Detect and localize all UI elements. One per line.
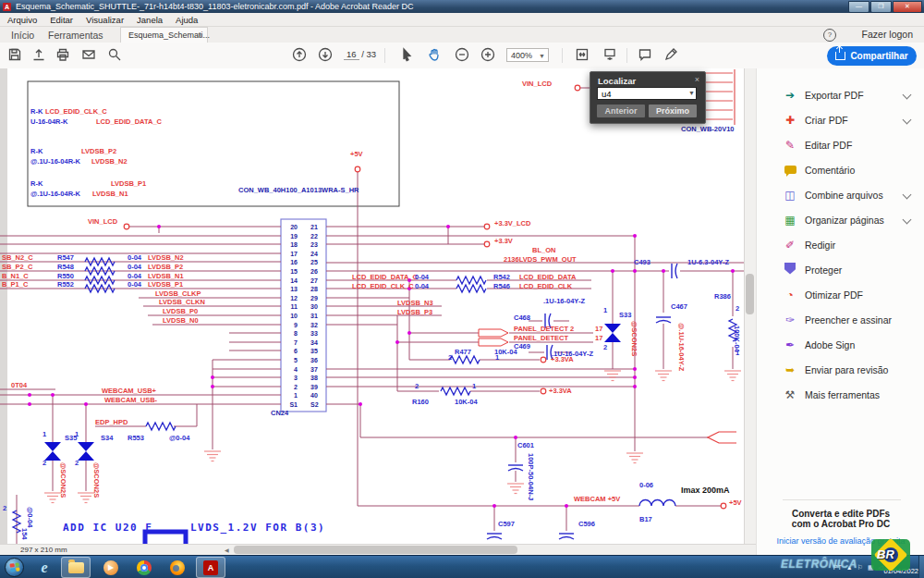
sidebar-item-adobe-sign[interactable]: ✒Adobe Sign [757, 333, 924, 357]
taskbar-acrobat-icon[interactable]: A [196, 557, 225, 578]
schematic-label: @SCON2S [93, 462, 101, 498]
taskbar-firefox-icon[interactable] [163, 557, 192, 578]
schematic-label: R552 [57, 281, 74, 289]
sidebar-item-criar-pdf[interactable]: ✚Criar PDF [757, 108, 924, 132]
document-canvas[interactable]: 2021192218231724162515261427132812291130… [0, 68, 744, 544]
sidebar-item-label: Otimizar PDF [805, 289, 863, 301]
sidebar-item-label: Adobe Sign [805, 339, 855, 350]
schematic-label: 1U-6.3-04Y-Z [687, 259, 729, 266]
promo-text: Converta e edite PDFs com o Acrobat Pro … [757, 509, 924, 529]
schematic-label: R550 [57, 273, 74, 280]
sidebar-item-organizar-paginas[interactable]: ▦Organizar páginas [757, 208, 924, 232]
sidebar-item-exportar-pdf[interactable]: ➔Exportar PDF [757, 83, 924, 107]
schematic-label: 0-04 [128, 273, 141, 280]
schematic-label: PANEL_DETECT [514, 335, 568, 342]
schematic-label: 1 [75, 431, 79, 438]
chevron-down-icon[interactable] [903, 191, 912, 200]
schematic-label: B17 [639, 516, 652, 523]
schematic-label: 2 [736, 305, 739, 313]
schematic-label: LCD_EDID_DATA_C [352, 274, 418, 281]
sidebar-item-label: Exportar PDF [805, 90, 864, 101]
sidebar-item-mais-ferramentas[interactable]: ⚒Mais ferramentas [757, 383, 924, 407]
schematic-label: WEBCAM_USB- [104, 397, 157, 404]
sidebar-item-otimizar-pdf[interactable]: ◔Otimizar PDF [757, 283, 924, 307]
find-close-icon[interactable]: × [695, 75, 699, 84]
hscroll-left-arrow[interactable]: ◀ [225, 547, 229, 553]
taskbar-chrome-icon[interactable] [129, 557, 159, 578]
schematic-label: 154 [21, 528, 29, 540]
schematic-label: LCD_EDID_DATA [519, 274, 576, 281]
schematic-label: +5V [729, 499, 742, 507]
schematic-label: 2 [3, 505, 6, 512]
taskbar-ie-icon[interactable]: e [30, 557, 59, 578]
vertical-scrollbar-thumb[interactable] [746, 274, 754, 314]
taskbar-wmp-icon[interactable]: ▶ [96, 557, 126, 578]
schematic-label: LCD_EDID_DATA_C [96, 118, 162, 126]
tray-flag-icon[interactable]: ⚐ [857, 564, 863, 572]
schematic-label: 0-04 [128, 254, 141, 262]
sidebar-item-label: Organizar páginas [805, 215, 884, 226]
schematic-label: VIN_LCD [88, 218, 117, 226]
page-size-indicator: 297 x 210 mm [20, 546, 67, 554]
restore-button[interactable]: ❐ [870, 1, 892, 13]
schematic-label: 1 [736, 350, 739, 357]
sidebar-item-combine-arquivos[interactable]: ◫Combine arquivos [757, 183, 924, 207]
sidebar-item-comentario[interactable]: Comentário [757, 158, 924, 182]
start-button[interactable] [5, 558, 24, 577]
proximo-button[interactable]: Próximo [649, 105, 697, 117]
schematic-label: WEBCAM +5V [574, 496, 620, 503]
chevron-down-icon[interactable] [903, 116, 912, 125]
show-desktop-button[interactable] [918, 556, 924, 578]
schematic-label: R386 [714, 293, 731, 301]
sidebar-item-proteger[interactable]: Proteger [757, 258, 924, 282]
schematic-label: R546 [493, 283, 510, 290]
schematic-label: 0T04 [11, 382, 27, 389]
schematic-label: LVDSB_N2 [91, 158, 128, 166]
schematic-label: LVDSB_N3 [397, 300, 433, 307]
schematic-label: B_N1_C [2, 273, 29, 280]
schematic-label: +3.3VA [551, 356, 574, 363]
horizontal-scrollbar-thumb[interactable] [234, 546, 517, 554]
schematic-label: 100K-04 [734, 326, 741, 352]
minimize-button[interactable]: — [848, 1, 869, 13]
watermark-text: ELETRÔNICA [781, 558, 857, 571]
find-dropdown-caret-icon[interactable]: ▼ [688, 90, 695, 96]
more-tools-icon: ⚒ [783, 387, 797, 402]
schematic-label: +3.3VA [549, 387, 572, 395]
schematic-label: +3.3V [494, 238, 513, 245]
taskbar-explorer-icon[interactable] [61, 557, 91, 578]
schematic-label: @.1U-16-04R-K [30, 158, 80, 166]
schematic-label: LVDSB_P1 [148, 281, 183, 289]
schematic-label: LCD_EDID_CLK_C [352, 283, 414, 290]
comment-bubble-icon [783, 163, 797, 178]
find-dialog[interactable]: Localizar × ▼ Anterior Próximo [590, 71, 706, 124]
schematic-label: 0-04 [128, 264, 141, 271]
close-button[interactable]: ✕ [893, 1, 922, 13]
find-dialog-title: Localizar [598, 76, 636, 86]
schematic-label: B_P1_C [2, 281, 28, 289]
sidebar-item-label: Criar PDF [805, 115, 848, 126]
sidebar-item-editar-pdf[interactable]: ✎Editar PDF [757, 133, 924, 157]
acrobat-window: A Esquema_Schematic_SHUTTLE-_71r-h14bt4-… [0, 0, 924, 578]
schematic-label: 10K-04 [494, 349, 517, 356]
schematic-label: 10K-04 [455, 399, 478, 406]
compartilhar-button[interactable]: Compartilhar [827, 46, 917, 66]
sidebar-item-enviar-para-revisao[interactable]: ➥Enviar para revisão [757, 358, 924, 382]
sidebar-item-label: Enviar para revisão [805, 364, 888, 375]
anterior-button[interactable]: Anterior [597, 105, 645, 117]
schematic-label: R-K [30, 180, 43, 188]
schematic-label: 0-04 [415, 274, 429, 281]
chevron-down-icon[interactable] [903, 215, 912, 225]
sidebar-item-label: Combine arquivos [805, 190, 883, 201]
help-icon[interactable]: ? [823, 29, 836, 42]
sidebar-item-preencher-e-assinar[interactable]: ✑Preencher e assinar [757, 308, 924, 332]
schematic-label: 17 [595, 326, 602, 333]
chevron-down-icon[interactable] [903, 91, 912, 100]
schematic-label: @0-04 [27, 507, 34, 527]
find-input[interactable] [597, 87, 697, 100]
schematic-label: SB_N2_C [2, 254, 33, 262]
fazer-logon-link[interactable]: Fazer logon [862, 29, 913, 40]
sidebar-item-redigir[interactable]: ✐Redigir [757, 233, 924, 257]
schematic-label: @.1U-16-04R-K [30, 191, 80, 198]
schematic-label: 1 [495, 354, 499, 362]
